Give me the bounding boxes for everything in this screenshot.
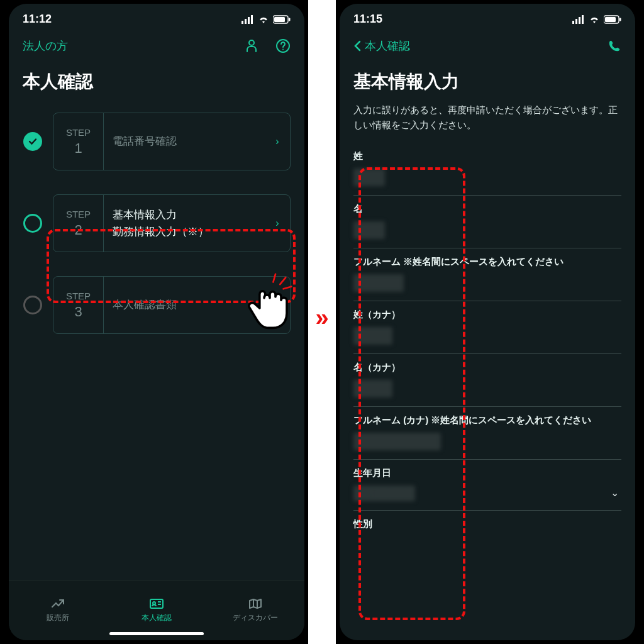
battery-icon (273, 15, 291, 24)
step-label: STEP (66, 291, 91, 301)
corporate-link[interactable]: 法人の方 (23, 38, 68, 53)
svg-rect-5 (274, 17, 285, 22)
screen-identity-steps: 11:12 法人の方 本人確認 STEP (9, 4, 304, 640)
field-label: フルネーム ※姓名間にスペースを入れてください (353, 256, 621, 268)
status-bar: 11:15 (340, 4, 635, 30)
field-value-redacted: あい (353, 221, 385, 239)
page-title: 本人確認 (9, 57, 304, 113)
svg-rect-19 (572, 21, 574, 24)
status-time: 11:15 (353, 13, 382, 26)
svg-rect-2 (248, 17, 250, 24)
phone-icon[interactable] (608, 39, 621, 53)
chevron-right-icon: › (265, 195, 290, 252)
flow-arrow-icon: » (308, 302, 336, 333)
header: 法人の方 (9, 30, 304, 57)
back-button[interactable]: 本人確認 (353, 38, 410, 53)
subtitle: 入力に誤りがあると、再度申請いただく場合がございます。正しい情報をご入力ください… (340, 99, 635, 143)
svg-rect-3 (251, 15, 253, 24)
tap-cursor-icon (242, 270, 298, 333)
chevron-down-icon: ⌄ (611, 487, 619, 499)
page-title: 基本情報入力 (340, 57, 635, 99)
field-gender[interactable]: 性別 (353, 511, 621, 545)
account-icon[interactable] (244, 38, 259, 53)
svg-point-11 (153, 602, 155, 604)
id-card-icon (149, 597, 164, 610)
step-current-icon (23, 214, 42, 233)
field-value-redacted: アイウ (353, 327, 392, 345)
field-label: 性別 (353, 518, 621, 530)
status-bar: 11:12 (9, 4, 304, 30)
field-value-redacted: あい (353, 169, 385, 186)
screen-basic-info-form: 11:15 本人確認 基本情報入力 入力に誤りがあると、再度申請いただく場合がご… (340, 4, 635, 640)
help-icon[interactable] (275, 38, 291, 53)
back-label: 本人確認 (365, 38, 410, 53)
step-number: 2 (74, 222, 82, 238)
step-pending-icon (23, 296, 42, 314)
status-indicators (572, 15, 621, 24)
tab-label: 販売所 (47, 613, 69, 623)
svg-rect-25 (619, 18, 621, 21)
tab-verify[interactable]: 本人確認 (108, 580, 206, 640)
svg-line-16 (273, 274, 275, 282)
step-done-icon (23, 132, 42, 151)
status-time: 11:12 (23, 13, 52, 26)
step-text: 基本情報入力 勤務情報入力（※） (104, 195, 265, 252)
chevron-right-icon: › (265, 113, 290, 170)
field-firstname-kana[interactable]: 名（カナ） アイウ (353, 354, 621, 407)
svg-rect-0 (242, 21, 243, 24)
svg-line-18 (284, 287, 292, 289)
field-dob[interactable]: 生年月日 1990 01 01 ⌄ (353, 460, 621, 511)
svg-rect-6 (289, 18, 291, 21)
step-2[interactable]: STEP 2 基本情報入力 勤務情報入力（※） › (53, 194, 291, 252)
wifi-icon (589, 15, 600, 24)
field-value-redacted: あいうえ (353, 274, 404, 292)
svg-point-9 (282, 49, 284, 50)
field-lastname[interactable]: 姓 あい (353, 143, 621, 196)
field-fullname[interactable]: フルネーム ※姓名間にスペースを入れてください あいうえ (353, 248, 621, 301)
battery-icon (604, 15, 621, 24)
wifi-icon (258, 15, 269, 24)
step-text: 電話番号確認 (104, 113, 265, 170)
field-value-redacted: アイウ エオカキ (353, 433, 441, 450)
svg-rect-22 (582, 15, 584, 24)
step-1[interactable]: STEP 1 電話番号確認 › (53, 113, 291, 170)
map-icon (248, 597, 263, 610)
field-label: 姓（カナ） (353, 309, 621, 321)
trend-icon (50, 597, 65, 610)
tab-label: 本人確認 (142, 613, 172, 623)
svg-rect-1 (245, 19, 247, 24)
field-label: 姓 (353, 150, 621, 162)
field-label: 生年月日 (353, 467, 621, 479)
tab-label: ディスカバー (233, 613, 278, 623)
field-firstname[interactable]: 名 あい (353, 196, 621, 248)
status-indicators (242, 15, 291, 24)
field-fullname-kana[interactable]: フルネーム (カナ) ※姓名間にスペースを入れてください アイウ エオカキ (353, 407, 621, 460)
field-value-redacted: アイウ (353, 380, 392, 397)
chevron-left-icon (353, 40, 361, 52)
field-label: 名（カナ） (353, 362, 621, 374)
bottom-tab-bar: 販売所 本人確認 ディスカバー (9, 580, 304, 640)
step-number: 3 (74, 304, 82, 320)
step-label: STEP (66, 127, 91, 138)
field-lastname-kana[interactable]: 姓（カナ） アイウ (353, 301, 621, 354)
svg-line-17 (280, 277, 286, 284)
field-value-redacted: 1990 01 01 (353, 486, 415, 501)
form: 姓 あい 名 あい フルネーム ※姓名間にスペースを入れてください あいうえ 姓… (340, 143, 635, 545)
home-indicator (109, 632, 204, 635)
tab-sell[interactable]: 販売所 (9, 580, 108, 640)
field-label: 名 (353, 203, 621, 215)
step-text: 本人確認書類 (104, 277, 265, 333)
svg-rect-20 (575, 19, 577, 24)
header: 本人確認 (340, 30, 635, 57)
svg-point-7 (249, 40, 254, 45)
tab-discover[interactable]: ディスカバー (206, 580, 304, 640)
step-number: 1 (74, 140, 82, 157)
field-label: フルネーム (カナ) ※姓名間にスペースを入れてください (353, 414, 621, 426)
svg-rect-21 (579, 17, 580, 24)
svg-rect-24 (605, 17, 616, 22)
step-label: STEP (66, 209, 91, 219)
